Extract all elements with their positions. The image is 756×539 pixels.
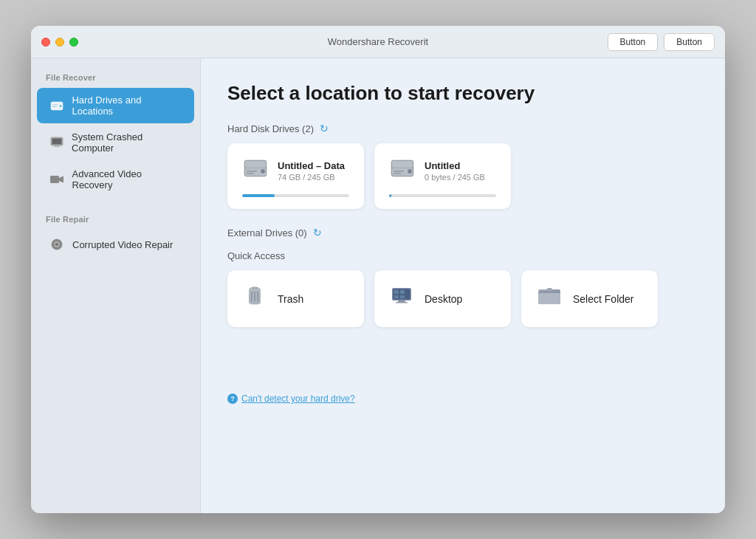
drive-progress-0 — [242, 194, 349, 197]
svg-rect-36 — [396, 302, 408, 303]
minimize-button[interactable] — [55, 38, 64, 47]
maximize-button[interactable] — [69, 38, 78, 47]
svg-point-2 — [60, 105, 61, 106]
svg-point-18 — [261, 170, 265, 174]
quick-access-header: Quick Access — [227, 250, 698, 261]
file-repair-section: File Repair Corrupted Video Repair — [31, 215, 200, 259]
repair-icon — [49, 236, 65, 253]
file-repair-label: File Repair — [31, 215, 200, 224]
titlebar-button-1[interactable]: Button — [608, 33, 659, 51]
svg-rect-40 — [394, 295, 399, 298]
drive-size-1: 0 bytes / 245 GB — [425, 173, 485, 182]
trash-icon — [242, 284, 267, 314]
svg-rect-35 — [398, 301, 405, 302]
quick-select-folder-label: Select Folder — [573, 293, 633, 305]
svg-rect-38 — [394, 290, 399, 294]
drive-name-0: Untitled – Data — [278, 160, 345, 171]
drive-hdd-icon-1 — [389, 155, 416, 187]
external-drives-header: External Drives (0) ↻ — [227, 227, 698, 238]
sidebar-item-system-crashed[interactable]: System Crashed Computer — [37, 125, 194, 160]
svg-rect-39 — [400, 290, 405, 294]
app-title: Wondershare Recoverit — [328, 36, 428, 47]
desktop-icon — [389, 284, 414, 314]
svg-line-28 — [252, 292, 252, 301]
advanced-video-label: Advanced Video Recovery — [72, 168, 183, 190]
drives-row: Untitled – Data 74 GB / 245 GB — [227, 143, 698, 209]
video-icon — [49, 171, 65, 188]
drive-hdd-icon-0 — [242, 155, 269, 187]
svg-rect-7 — [52, 139, 61, 145]
hard-disk-header: Hard Disk Drives (2) ↻ — [227, 123, 698, 134]
drive-card-0[interactable]: Untitled – Data 74 GB / 245 GB — [227, 143, 364, 209]
quick-access-row: Trash — [227, 270, 698, 327]
external-drives-label: External Drives (0) — [227, 227, 307, 238]
svg-rect-8 — [55, 146, 59, 147]
titlebar: Wondershare Recoverit Button Button — [31, 26, 725, 58]
svg-rect-9 — [53, 147, 60, 148]
sidebar: File Recover Hard Drives and Locations — [31, 58, 201, 513]
computer-icon — [49, 134, 64, 151]
drive-card-top-1: Untitled 0 bytes / 245 GB — [389, 155, 496, 187]
file-recover-label: File Recover — [31, 73, 200, 82]
hard-drive-icon — [49, 97, 64, 114]
main-content: File Recover Hard Drives and Locations — [31, 58, 725, 513]
drive-progress-1 — [389, 194, 496, 197]
app-window: Wondershare Recoverit Button Button File… — [31, 26, 725, 513]
svg-rect-16 — [245, 161, 266, 168]
drive-info-0: Untitled – Data 74 GB / 245 GB — [278, 160, 345, 182]
sidebar-item-corrupted-video[interactable]: Corrupted Video Repair — [37, 230, 194, 259]
drive-card-1[interactable]: Untitled 0 bytes / 245 GB — [374, 143, 511, 209]
svg-marker-11 — [59, 176, 63, 183]
help-icon: ? — [227, 394, 238, 404]
quick-trash-label: Trash — [278, 293, 303, 305]
cant-detect-link[interactable]: ? Can't detect your hard drive? — [227, 371, 698, 404]
file-recover-section: File Recover Hard Drives and Locations — [31, 73, 200, 197]
traffic-lights — [41, 38, 78, 47]
svg-rect-25 — [394, 171, 404, 172]
external-drives-refresh-icon[interactable]: ↻ — [313, 227, 322, 238]
svg-rect-26 — [394, 173, 401, 174]
quick-desktop-label: Desktop — [425, 293, 462, 305]
svg-point-24 — [408, 170, 412, 174]
drive-name-1: Untitled — [425, 160, 485, 171]
system-crashed-label: System Crashed Computer — [72, 131, 182, 154]
corrupted-video-label: Corrupted Video Repair — [72, 239, 173, 250]
page-title: Select a location to start recovery — [227, 82, 698, 105]
hard-drives-label: Hard Drives and Locations — [72, 95, 182, 117]
folder-icon — [536, 284, 563, 314]
quick-card-select-folder[interactable]: Select Folder — [521, 270, 658, 327]
svg-rect-20 — [247, 173, 254, 174]
svg-point-14 — [56, 244, 58, 246]
svg-rect-10 — [50, 176, 59, 183]
svg-line-30 — [258, 292, 258, 301]
hard-disk-refresh-icon[interactable]: ↻ — [320, 123, 329, 134]
svg-rect-22 — [392, 161, 413, 168]
sidebar-item-hard-drives[interactable]: Hard Drives and Locations — [37, 88, 194, 123]
hard-disk-label: Hard Disk Drives (2) — [227, 123, 314, 134]
sidebar-item-advanced-video[interactable]: Advanced Video Recovery — [37, 162, 194, 197]
content-area: Select a location to start recovery Hard… — [201, 58, 725, 513]
quick-access-label: Quick Access — [227, 250, 285, 261]
quick-card-desktop[interactable]: Desktop — [374, 270, 511, 327]
svg-rect-19 — [247, 171, 257, 172]
drive-info-1: Untitled 0 bytes / 245 GB — [425, 160, 485, 182]
close-button[interactable] — [41, 38, 50, 47]
svg-rect-41 — [400, 295, 405, 298]
cant-detect-text: Can't detect your hard drive? — [241, 394, 355, 404]
titlebar-buttons: Button Button — [608, 33, 715, 51]
drive-card-top-0: Untitled – Data 74 GB / 245 GB — [242, 155, 349, 187]
drive-size-0: 74 GB / 245 GB — [278, 173, 345, 182]
drive-progress-fill-0 — [242, 194, 275, 197]
drive-progress-fill-1 — [389, 194, 391, 197]
titlebar-button-2[interactable]: Button — [664, 33, 715, 51]
svg-rect-32 — [252, 287, 257, 289]
quick-card-trash[interactable]: Trash — [227, 270, 364, 327]
